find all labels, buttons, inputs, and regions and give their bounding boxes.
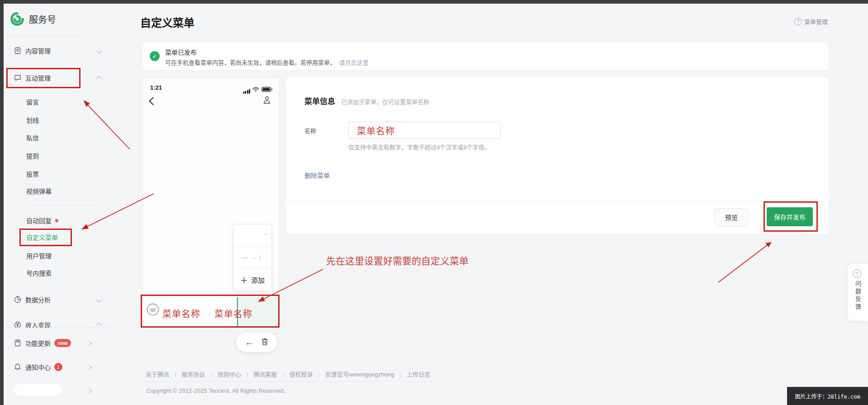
sidebar-item-notification-center[interactable]: 通知中心 1 <box>14 360 109 374</box>
brand: 服务号 <box>10 12 56 26</box>
feedback-widget[interactable]: ? 问题反馈 <box>847 263 868 321</box>
footer-link-infringement[interactable]: 侵权投诉 <box>289 371 313 378</box>
success-check-icon: ✓ <box>150 51 160 61</box>
chevron-right-icon <box>86 365 91 370</box>
sidebar-item-analytics[interactable]: 数据分析 <box>14 293 104 306</box>
feedback-label: 问题反馈 <box>854 281 862 311</box>
name-label: 名称 <box>304 126 316 135</box>
sidebar-item-account[interactable] <box>14 383 109 397</box>
document-icon <box>14 47 22 55</box>
back-arrow-icon[interactable]: ← <box>245 338 254 347</box>
delete-menu-link[interactable]: 删除菜单 <box>304 171 330 180</box>
footer-divider <box>142 381 829 382</box>
sidebar-item-label: 功能更新 <box>25 338 51 348</box>
faint-dot: · <box>258 309 260 314</box>
help-label: 菜单管理 <box>804 17 828 26</box>
sidebar-item-content-mgmt[interactable]: 内容管理 <box>14 44 104 57</box>
sidebar-item-label: 留言 <box>26 97 39 106</box>
chevron-down-icon <box>96 297 101 302</box>
footer-link-feedback-account[interactable]: 反馈官号weixingongzhong <box>325 371 394 378</box>
section-hint: 已添加子菜单，仅可设置菜单名称 <box>341 97 429 106</box>
help-icon: ? <box>794 18 802 25</box>
frame-edge-top <box>0 0 868 4</box>
frame-edge-left <box>0 0 4 405</box>
disable-menu-link[interactable]: 请点击这里 <box>339 59 369 66</box>
phone-status-time: 1:21 <box>150 84 162 91</box>
publish-status-banner: ✓ 菜单已发布 可在手机查看菜单内容，若尚未生效，请稍后查看。若停用菜单， 请点… <box>142 43 829 70</box>
sidebar-item-label: 内容管理 <box>25 46 51 55</box>
back-icon[interactable] <box>149 97 157 105</box>
sidebar-item-custom-menu[interactable]: 自定义菜单 <box>26 230 99 244</box>
sidebar-item-label: 互动管理 <box>25 73 51 82</box>
watermark: 图片上传于：28life.com <box>787 387 868 405</box>
sidebar-sub-divider <box>26 205 97 205</box>
bell-icon <box>14 363 22 371</box>
sidebar-item-label: 提到 <box>26 151 39 160</box>
sidebar-item-account-search[interactable]: 号内搜索 <box>26 266 99 280</box>
chevron-up-icon <box>96 323 101 328</box>
battery-icon <box>261 86 272 94</box>
faint-dot <box>266 233 267 235</box>
popup-add-button[interactable]: ＋ 添加 <box>233 269 271 291</box>
sidebar-item-private-msg[interactable]: 私信 <box>26 131 99 144</box>
sidebar-item-interaction-mgmt[interactable]: 互动管理 <box>14 71 104 85</box>
new-badge: new <box>54 339 71 347</box>
profile-icon[interactable] <box>262 95 271 106</box>
preview-button[interactable]: 预览 <box>715 208 748 226</box>
sidebar-item-votes[interactable]: 投票 <box>26 167 99 181</box>
sidebar-item-mentions[interactable]: 提到 <box>26 149 99 162</box>
sidebar-divider <box>4 36 85 36</box>
name-helper-text: 仅支持中英文和数字，字数不超过4个汉字或8个字母。 <box>348 143 490 151</box>
sidebar-item-label: 划线 <box>26 115 39 124</box>
footer-link-about[interactable]: 关于腾讯 <box>146 371 169 378</box>
menu-mgmt-help-link[interactable]: ? 菜单管理 <box>794 17 828 26</box>
sidebar-item-label: 投票 <box>26 169 39 178</box>
footer-link-upload-log[interactable]: 上传日志 <box>407 371 430 378</box>
chevron-right-icon <box>86 341 91 346</box>
footer-link-support[interactable]: 腾讯客服 <box>253 371 277 378</box>
menu-name-value: 菜单名称 <box>357 124 395 137</box>
sidebar-bottom-panel: 功能更新 new 通知中心 1 <box>4 328 118 405</box>
censored-account-name <box>14 384 62 396</box>
chevron-up-icon <box>96 76 101 81</box>
watermark-text: 图片上传于：28life.com <box>795 392 860 400</box>
sidebar-item-underline[interactable]: 划线 <box>26 113 99 127</box>
keyboard-icon[interactable] <box>147 303 159 318</box>
chevron-right-icon <box>86 388 91 393</box>
chevron-down-icon <box>96 48 101 53</box>
menu-edit-popup: ＋ 添加 <box>233 224 272 291</box>
footer-link-terms[interactable]: 服务协议 <box>181 371 205 378</box>
faint-dot: ·‥ <box>206 311 211 317</box>
trash-icon[interactable] <box>261 338 269 348</box>
page-title: 自定义菜单 <box>140 14 194 30</box>
banner-title: 菜单已发布 <box>165 48 197 57</box>
save-publish-button[interactable]: 保存并发布 <box>767 207 813 226</box>
popup-item-blank[interactable] <box>233 224 271 247</box>
sidebar-item-label: 视频弹幕 <box>26 186 52 195</box>
menu-name-input[interactable]: 菜单名称 <box>348 122 501 139</box>
popup-item-faint[interactable] <box>233 247 271 269</box>
screenshot-root: 服务号 内容管理 互动管理 留言 划线 私信 提到 投票 视频弹幕 自动回复 <box>0 0 868 405</box>
menu-bar-toolbar: ← <box>236 333 277 352</box>
sidebar-item-label: 自定义菜单 <box>26 233 58 242</box>
sidebar-item-label: 自动回复 <box>26 216 52 225</box>
menu-cell-divider <box>203 302 204 323</box>
footer-link-rules[interactable]: 规则中心 <box>218 371 241 378</box>
sidebar-item-auto-reply[interactable]: 自动回复 <box>26 214 103 227</box>
sidebar-item-user-mgmt[interactable]: 用户管理 <box>26 249 99 262</box>
signal-icon <box>243 89 251 94</box>
illegible-scribble <box>240 253 265 262</box>
section-title: 菜单信息 <box>304 95 335 106</box>
banner-desc-text: 可在手机查看菜单内容，若尚未生效，请稍后查看。若停用菜单， <box>165 59 336 66</box>
sidebar-item-label: 用户管理 <box>26 251 52 260</box>
sidebar-item-feature-updates[interactable]: 功能更新 new <box>14 336 109 350</box>
popup-caret <box>251 290 256 295</box>
menu-item-right-label[interactable]: 菜单名称 <box>214 307 252 320</box>
sidebar-item-comments[interactable]: 留言 <box>26 95 99 109</box>
sidebar-item-video-danmu[interactable]: 视频弹幕 <box>26 184 99 198</box>
sidebar-item-label: 号内搜索 <box>26 268 52 277</box>
annotation-tip-text: 先在这里设置好需要的自定义菜单 <box>326 253 469 267</box>
chat-bubble-icon <box>14 74 22 82</box>
question-icon: ? <box>853 269 861 278</box>
menu-item-left-label[interactable]: 菜单名称 <box>162 307 200 320</box>
